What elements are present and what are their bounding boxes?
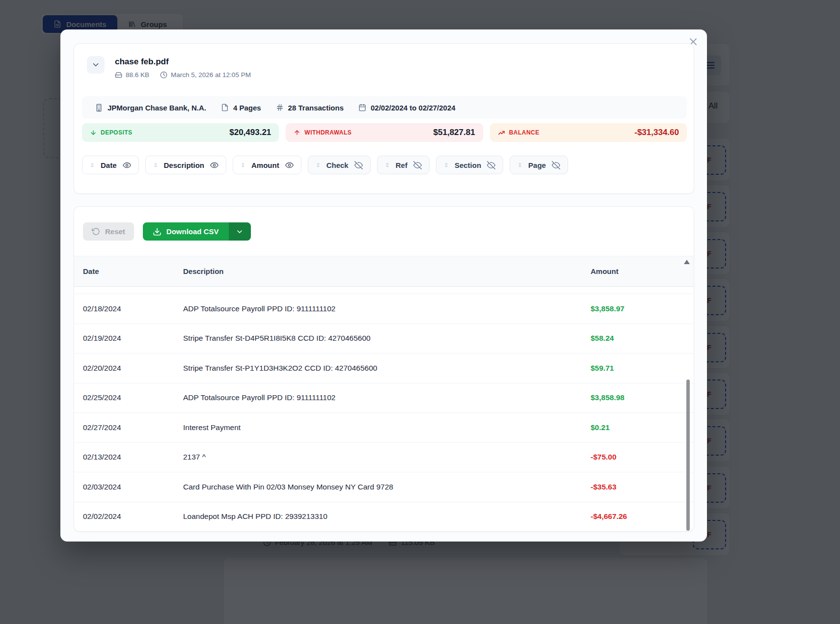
eye-off-icon[interactable] [552, 161, 560, 169]
rotate-ccw-icon [92, 227, 100, 236]
scrollbar-thumb[interactable] [686, 380, 690, 531]
download-csv-button[interactable]: Download CSV [143, 222, 229, 241]
drag-handle-icon[interactable] [385, 161, 390, 169]
reset-label: Reset [105, 227, 125, 236]
drag-handle-icon[interactable] [90, 161, 95, 169]
bank-name: JPMorgan Chase Bank, N.A. [108, 104, 206, 112]
column-chip-label: Amount [251, 161, 279, 169]
cell-date: 02/19/2024 [83, 334, 183, 343]
header-amount[interactable]: Amount [591, 267, 694, 275]
transactions-card: Reset Download CSV [74, 206, 694, 532]
cell-description: Card Purchase With Pin 02/03 Monsey Mons… [183, 483, 591, 491]
withdrawals-label-group: WITHDRAWALS [294, 129, 352, 136]
cell-date: 02/18/2024 [83, 304, 183, 313]
arrow-up-icon [294, 129, 300, 136]
file-summary-card: chase feb.pdf 88.6 KB March [74, 43, 694, 194]
cell-amount: $3,858.97 [591, 304, 694, 313]
column-chip-ref[interactable]: Ref [377, 156, 430, 174]
file-icon [221, 104, 229, 111]
eye-icon[interactable] [285, 161, 294, 169]
table-row[interactable]: 02/27/2024Interest Payment$0.21 [74, 413, 694, 443]
calendar-icon [358, 104, 366, 111]
table-row[interactable]: 02/02/2024Loandepot Msp ACH PPD ID: 2939… [74, 502, 694, 532]
pages-count: 4 Pages [233, 104, 261, 112]
column-chip-date[interactable]: Date [82, 156, 139, 174]
cell-amount: $59.71 [591, 364, 694, 373]
eye-icon[interactable] [123, 161, 131, 169]
drag-handle-icon[interactable] [241, 161, 245, 169]
cell-date: 02/13/2024 [83, 453, 183, 461]
column-chip-label: Description [164, 161, 205, 169]
eye-off-icon[interactable] [487, 161, 495, 169]
file-subinfo: 88.6 KB March 5, 2026 at 12:05 PM [115, 71, 251, 79]
stats-row: DEPOSITS $20,493.21 WITHDRAWALS $51,827.… [82, 123, 687, 142]
trending-up-icon [498, 129, 505, 136]
table-toolbar: Reset Download CSV [83, 222, 251, 241]
column-chip-description[interactable]: Description [145, 156, 227, 174]
withdrawals-label: WITHDRAWALS [304, 129, 352, 136]
chevron-down-icon [91, 60, 100, 69]
file-header: chase feb.pdf 88.6 KB March [87, 56, 251, 79]
withdrawals-card: WITHDRAWALS $51,827.81 [286, 123, 483, 142]
download-icon [153, 227, 162, 236]
cell-description: Stripe Transfer St-D4P5R1I8I5K8 CCD ID: … [183, 334, 591, 343]
cell-amount: -$35.63 [591, 483, 694, 491]
table-row[interactable]: 02/03/2024Card Purchase With Pin 02/03 M… [74, 472, 694, 502]
eye-off-icon[interactable] [354, 161, 363, 169]
hash-icon [276, 104, 284, 111]
cell-date: 02/02/2024 [83, 512, 183, 521]
bank-icon [95, 104, 103, 112]
clock-icon [160, 71, 167, 79]
balance-value: -$31,334.60 [634, 128, 679, 137]
table-row[interactable]: 02/19/2024Stripe Transfer St-D4P5R1I8I5K… [74, 324, 694, 354]
table-row[interactable]: 02/20/2024Stripe Transfer St-P1Y1D3H3K2O… [74, 353, 694, 383]
table-row[interactable]: 02/25/2024ADP Totalsource Payroll PPD ID… [74, 383, 694, 413]
drag-handle-icon[interactable] [517, 161, 522, 169]
balance-label: BALANCE [509, 129, 540, 136]
header-description[interactable]: Description [183, 267, 591, 275]
column-chip-page[interactable]: Page [510, 156, 568, 174]
drag-handle-icon[interactable] [316, 161, 321, 169]
column-chip-label: Section [455, 161, 481, 169]
scrollbar-up-arrow[interactable] [684, 260, 690, 264]
column-chip-section[interactable]: Section [436, 156, 503, 174]
pages-item: 4 Pages [221, 104, 261, 112]
cell-amount: $3,858.98 [591, 393, 694, 402]
table-header: Date Description Amount [74, 256, 694, 287]
cell-date: 02/03/2024 [83, 483, 183, 491]
cell-description: Interest Payment [183, 423, 591, 432]
date-range-item: 02/02/2024 to 02/27/2024 [358, 104, 456, 112]
download-options-button[interactable] [229, 222, 251, 241]
column-chips: DateDescriptionAmountCheckRefSectionPage [82, 156, 568, 174]
table-row[interactable]: 02/18/2024ADP Totalsource Payroll PPD ID… [74, 294, 694, 324]
transactions-item: 28 Transactions [276, 104, 344, 112]
cell-date: 02/25/2024 [83, 393, 183, 402]
column-chip-amount[interactable]: Amount [233, 156, 301, 174]
column-chip-label: Check [326, 161, 349, 169]
transactions-count: 28 Transactions [288, 104, 344, 112]
cell-date: 02/27/2024 [83, 423, 183, 432]
collapse-button[interactable] [87, 56, 105, 74]
file-modified-seg: March 5, 2026 at 12:05 PM [160, 71, 251, 79]
cell-amount: $0.21 [591, 423, 694, 432]
eye-off-icon[interactable] [413, 161, 422, 169]
table-row[interactable]: 02/13/20242137 ^-$75.00 [74, 443, 694, 473]
header-date[interactable]: Date [83, 267, 183, 275]
column-chip-label: Date [101, 161, 117, 169]
deposits-card: DEPOSITS $20,493.21 [82, 123, 279, 142]
balance-label-group: BALANCE [498, 129, 540, 136]
transactions-table: Date Description Amount 02/18/2024ADP To… [74, 256, 694, 532]
column-chip-check[interactable]: Check [308, 156, 371, 174]
drag-handle-icon[interactable] [153, 161, 158, 169]
cell-amount: $58.24 [591, 334, 694, 343]
date-range: 02/02/2024 to 02/27/2024 [371, 104, 456, 112]
drag-handle-icon[interactable] [444, 161, 449, 169]
eye-icon[interactable] [210, 161, 218, 169]
file-size-seg: 88.6 KB [115, 71, 149, 79]
screen: Documents Groups All FFFFFFFFF [0, 0, 840, 624]
download-csv-label: Download CSV [166, 227, 219, 236]
hard-drive-icon [115, 71, 122, 79]
reset-button[interactable]: Reset [83, 222, 134, 241]
deposits-label: DEPOSITS [101, 129, 133, 136]
deposits-label-group: DEPOSITS [90, 129, 133, 136]
